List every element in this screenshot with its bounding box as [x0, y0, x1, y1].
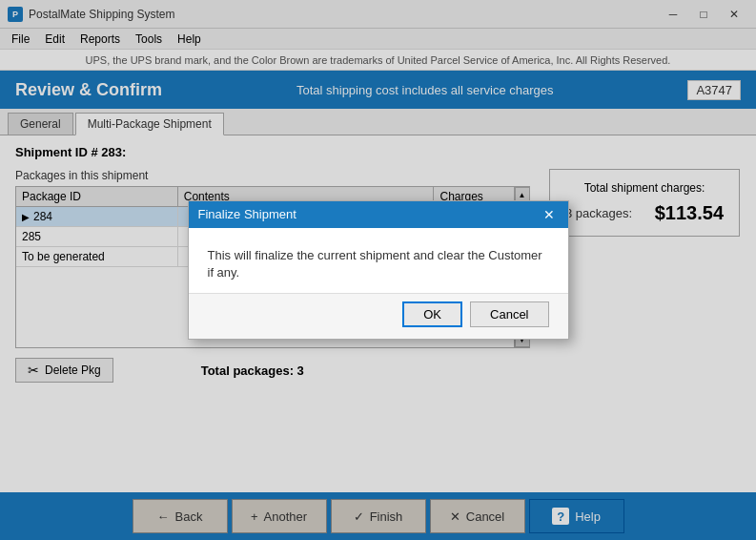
modal-ok-button[interactable]: OK: [402, 301, 462, 327]
modal-title: Finalize Shipment: [198, 207, 296, 221]
modal-titlebar: Finalize Shipment ✕: [189, 201, 568, 228]
modal-cancel-button[interactable]: Cancel: [470, 301, 548, 327]
modal-dialog: Finalize Shipment ✕ This will finalize t…: [188, 200, 569, 340]
modal-body: This will finalize the current shipment …: [189, 228, 568, 293]
modal-footer: OK Cancel: [189, 293, 568, 339]
modal-overlay[interactable]: Finalize Shipment ✕ This will finalize t…: [0, 0, 756, 540]
modal-message: This will finalize the current shipment …: [208, 248, 542, 280]
modal-close-button[interactable]: ✕: [540, 207, 559, 222]
main-window: P PostalMate Shipping System ─ □ ✕ File …: [0, 0, 756, 540]
